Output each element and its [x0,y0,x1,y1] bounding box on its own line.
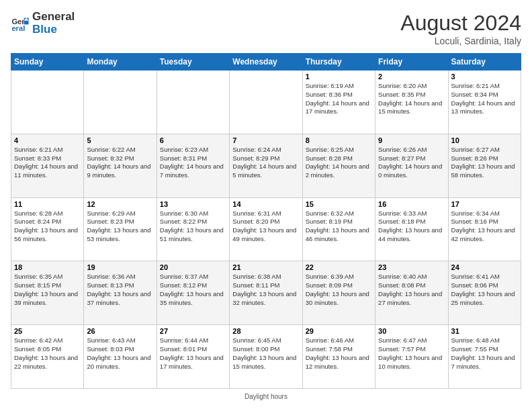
day-info: Sunrise: 6:21 AMSunset: 8:34 PMDaylight:… [451,82,518,116]
logo-icon: Gen eral [11,14,30,33]
header: Gen eral General Blue August 2024 Loculi… [11,11,521,46]
day-info: Sunrise: 6:44 AMSunset: 8:01 PMDaylight:… [160,336,226,371]
calendar-week-row: 11Sunrise: 6:28 AMSunset: 8:24 PMDayligh… [11,197,521,261]
day-info: Sunrise: 6:45 AMSunset: 8:00 PMDaylight:… [232,336,299,371]
day-info: Sunrise: 6:43 AMSunset: 8:03 PMDaylight:… [87,336,153,371]
calendar-week-row: 25Sunrise: 6:42 AMSunset: 8:05 PMDayligh… [11,325,521,389]
day-info: Sunrise: 6:48 AMSunset: 7:55 PMDaylight:… [451,336,518,371]
page: Gen eral General Blue August 2024 Loculi… [0,0,532,411]
day-info: Sunrise: 6:29 AMSunset: 8:23 PMDaylight:… [87,210,153,244]
day-number: 1 [306,73,372,81]
logo-blue: Blue [32,24,75,36]
calendar-cell: 6Sunrise: 6:23 AMSunset: 8:31 PMDaylight… [157,134,229,197]
calendar-cell: 19Sunrise: 6:36 AMSunset: 8:13 PMDayligh… [84,261,157,325]
day-info: Sunrise: 6:28 AMSunset: 8:24 PMDaylight:… [14,210,81,244]
day-info: Sunrise: 6:20 AMSunset: 8:35 PMDaylight:… [378,82,445,116]
day-info: Sunrise: 6:27 AMSunset: 8:26 PMDaylight:… [451,146,518,180]
day-info: Sunrise: 6:42 AMSunset: 8:05 PMDaylight:… [14,336,81,371]
day-number: 14 [232,200,299,208]
day-number: 3 [451,73,518,81]
calendar-cell: 11Sunrise: 6:28 AMSunset: 8:24 PMDayligh… [11,197,84,261]
day-info: Sunrise: 6:31 AMSunset: 8:20 PMDaylight:… [232,210,299,244]
day-number: 22 [306,263,372,271]
day-number: 30 [378,327,445,335]
calendar-cell: 8Sunrise: 6:25 AMSunset: 8:28 PMDaylight… [302,134,375,197]
day-info: Sunrise: 6:22 AMSunset: 8:32 PMDaylight:… [87,146,153,180]
weekday-header: Thursday [302,54,375,71]
day-info: Sunrise: 6:21 AMSunset: 8:33 PMDaylight:… [14,146,81,180]
day-number: 9 [378,136,445,144]
calendar-cell: 25Sunrise: 6:42 AMSunset: 8:05 PMDayligh… [11,325,84,389]
calendar-header-row: SundayMondayTuesdayWednesdayThursdayFrid… [11,54,521,71]
day-info: Sunrise: 6:36 AMSunset: 8:13 PMDaylight:… [87,273,153,307]
day-number: 19 [87,263,153,271]
day-number: 15 [306,200,372,208]
day-info: Sunrise: 6:34 AMSunset: 8:16 PMDaylight:… [451,210,518,244]
weekday-header: Monday [84,54,157,71]
day-info: Sunrise: 6:26 AMSunset: 8:27 PMDaylight:… [378,146,445,180]
day-info: Sunrise: 6:25 AMSunset: 8:28 PMDaylight:… [306,146,372,180]
day-info: Sunrise: 6:46 AMSunset: 7:58 PMDaylight:… [306,336,372,371]
day-number: 26 [87,327,153,335]
title-block: August 2024 Loculi, Sardinia, Italy [400,11,521,46]
subtitle: Loculi, Sardinia, Italy [400,36,521,46]
day-number: 13 [160,200,226,208]
day-number: 27 [160,327,226,335]
calendar-cell: 18Sunrise: 6:35 AMSunset: 8:15 PMDayligh… [11,261,84,325]
calendar-cell: 10Sunrise: 6:27 AMSunset: 8:26 PMDayligh… [448,134,521,197]
calendar-cell: 23Sunrise: 6:40 AMSunset: 8:08 PMDayligh… [375,261,448,325]
calendar-cell: 17Sunrise: 6:34 AMSunset: 8:16 PMDayligh… [448,197,521,261]
calendar-cell: 28Sunrise: 6:45 AMSunset: 8:00 PMDayligh… [230,325,302,389]
calendar-week-row: 18Sunrise: 6:35 AMSunset: 8:15 PMDayligh… [11,261,521,325]
day-number: 29 [306,327,372,335]
day-number: 21 [232,263,299,271]
day-number: 7 [232,136,299,144]
day-info: Sunrise: 6:19 AMSunset: 8:36 PMDaylight:… [306,82,372,116]
calendar-cell: 24Sunrise: 6:41 AMSunset: 8:06 PMDayligh… [448,261,521,325]
weekday-header: Saturday [448,54,521,71]
calendar-cell: 21Sunrise: 6:38 AMSunset: 8:11 PMDayligh… [230,261,302,325]
day-number: 20 [160,263,226,271]
day-info: Sunrise: 6:33 AMSunset: 8:18 PMDaylight:… [378,210,445,244]
day-number: 16 [378,200,445,208]
footer: Daylight hours [11,393,521,400]
calendar-cell: 7Sunrise: 6:24 AMSunset: 8:29 PMDaylight… [230,134,302,197]
day-number: 12 [87,200,153,208]
calendar-cell: 27Sunrise: 6:44 AMSunset: 8:01 PMDayligh… [157,325,229,389]
day-number: 6 [160,136,226,144]
calendar-cell: 1Sunrise: 6:19 AMSunset: 8:36 PMDaylight… [302,71,375,134]
day-info: Sunrise: 6:40 AMSunset: 8:08 PMDaylight:… [378,273,445,307]
weekday-header: Sunday [11,54,84,71]
calendar-table: SundayMondayTuesdayWednesdayThursdayFrid… [11,53,521,389]
calendar-cell: 16Sunrise: 6:33 AMSunset: 8:18 PMDayligh… [375,197,448,261]
calendar-cell [84,71,157,134]
day-number: 31 [451,327,518,335]
day-number: 11 [14,200,81,208]
day-number: 8 [306,136,372,144]
calendar-cell: 30Sunrise: 6:47 AMSunset: 7:57 PMDayligh… [375,325,448,389]
day-number: 2 [378,73,445,81]
day-number: 10 [451,136,518,144]
calendar-week-row: 4Sunrise: 6:21 AMSunset: 8:33 PMDaylight… [11,134,521,197]
logo-general: General [32,11,75,24]
weekday-header: Friday [375,54,448,71]
day-number: 24 [451,263,518,271]
calendar-cell: 22Sunrise: 6:39 AMSunset: 8:09 PMDayligh… [302,261,375,325]
calendar-cell: 9Sunrise: 6:26 AMSunset: 8:27 PMDaylight… [375,134,448,197]
day-info: Sunrise: 6:39 AMSunset: 8:09 PMDaylight:… [306,273,372,307]
weekday-header: Tuesday [157,54,229,71]
day-number: 18 [14,263,81,271]
footer-text: Daylight hours [245,393,287,400]
day-info: Sunrise: 6:35 AMSunset: 8:15 PMDaylight:… [14,273,81,307]
calendar-cell: 31Sunrise: 6:48 AMSunset: 7:55 PMDayligh… [448,325,521,389]
day-number: 25 [14,327,81,335]
day-info: Sunrise: 6:24 AMSunset: 8:29 PMDaylight:… [232,146,299,180]
day-number: 28 [232,327,299,335]
main-title: August 2024 [400,11,521,36]
day-info: Sunrise: 6:23 AMSunset: 8:31 PMDaylight:… [160,146,226,180]
day-info: Sunrise: 6:32 AMSunset: 8:19 PMDaylight:… [306,210,372,244]
calendar-cell: 29Sunrise: 6:46 AMSunset: 7:58 PMDayligh… [302,325,375,389]
day-info: Sunrise: 6:47 AMSunset: 7:57 PMDaylight:… [378,336,445,371]
calendar-cell: 26Sunrise: 6:43 AMSunset: 8:03 PMDayligh… [84,325,157,389]
calendar-cell: 20Sunrise: 6:37 AMSunset: 8:12 PMDayligh… [157,261,229,325]
